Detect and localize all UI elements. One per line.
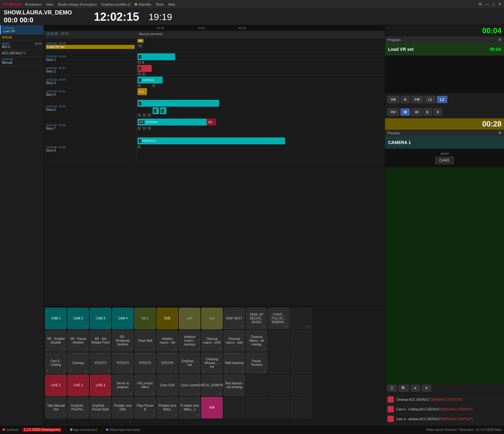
- tl-block-story2: 2: [138, 65, 152, 72]
- kb-fill-liveset[interactable]: Fill LiveSet effectG: [134, 375, 156, 396]
- ctrl-l2[interactable]: L2: [425, 96, 436, 103]
- kb-clear-current[interactable]: Clear currentJ: [179, 375, 200, 396]
- tl-block-story6-3: 3: [160, 107, 166, 114]
- kb-fade-up[interactable]: FADE UP SECON... AUDIOF10: [246, 308, 267, 329]
- ctrl-hv[interactable]: HV: [387, 108, 399, 116]
- kb-engswit-preset-style[interactable]: EngSwit... - Preset StyleX: [90, 397, 111, 418]
- sidebar-filter-btn[interactable]: ▼: [422, 385, 431, 392]
- kb-ntest6[interactable]: NTEST6Y: [157, 352, 178, 374]
- kb-cam6-ceiling[interactable]: Cam 6 - Ceilling+Q: [45, 352, 67, 374]
- sidebar-star-btn[interactable]: ★: [411, 385, 420, 392]
- kb-shortcut: E: [108, 370, 110, 373]
- kb-dve[interactable]: DVEF6: [157, 308, 178, 329]
- kb-live2[interactable]: LIVE 2S: [68, 375, 89, 396]
- kb-cam1[interactable]: CAM 1F1: [45, 308, 67, 329]
- ctrl-m-active[interactable]: M: [400, 108, 410, 116]
- kb-ntest5[interactable]: NTEST5T: [134, 352, 156, 374]
- kb-take-manual-out[interactable]: Take Manual Out<: [45, 397, 67, 418]
- ctrl-e[interactable]: E: [423, 108, 432, 116]
- control-buttons-row1: HA K FM L2 L2: [385, 93, 504, 106]
- kb-os2[interactable]: OS 2F5: [134, 308, 156, 329]
- kb-empty-5: [224, 397, 245, 418]
- kb-pause-timeline[interactable]: Pause TimelineP: [246, 352, 267, 374]
- rundown-item-manual[interactable]: 12:01:03 Manual: [0, 56, 44, 66]
- kb-empty-f12: F12: [290, 308, 312, 329]
- menu-standby[interactable]: Standby: [135, 3, 151, 6]
- kb-ntest3[interactable]: NTEST3E: [90, 352, 111, 374]
- kb-cam4[interactable]: CAM 4F4: [112, 308, 133, 329]
- kb-sr-pause[interactable]: SR - Pause timeline2: [68, 330, 89, 351]
- titlebar: Viz Mosart Rundowns View Studio setups (…: [0, 0, 504, 9]
- timeline-content[interactable]: 12:01:03 00:03 Manual elements 12:01:020…: [44, 31, 385, 306]
- kb-sr-retake[interactable]: SR - Set Retake Point3: [90, 330, 111, 351]
- tl-row-story5: 12:01:0300:01 Story 5 FUL: [44, 87, 385, 99]
- kb-cleanup[interactable]: Cleanup+W: [68, 352, 89, 374]
- preview-countdown: 00:28: [385, 118, 504, 130]
- ctrl-w[interactable]: W: [411, 108, 421, 116]
- sidebar-entry-cam4[interactable]: Cam 4 - window ACC-DEFAULT [MISSING CONT…: [385, 414, 504, 424]
- kb-ntest4[interactable]: NTEST4R: [112, 352, 133, 374]
- menu-view[interactable]: View: [46, 3, 53, 6]
- kb-pretake-next-dsk[interactable]: Pretake next DSKC: [112, 397, 133, 418]
- kb-cleanup-macro-fulls[interactable]: Cleanup macro - fulls9: [224, 330, 245, 351]
- kb-clear-dsk[interactable]: Clear DSKH: [157, 375, 178, 396]
- kb-live1[interactable]: LIVE 1A: [45, 375, 67, 396]
- program-settings-icon[interactable]: ⚙: [498, 38, 501, 42]
- block-icon: 1: [139, 102, 141, 105]
- kb-pretake-next-wall[interactable]: Pretake next WALLB: [157, 397, 178, 418]
- kb-cleaning-mosart[interactable]: Cleaning \Mosart... - Init+I: [201, 352, 223, 374]
- tl-track-story8: 2 VED00744 8: [137, 136, 385, 161]
- kb-pretake-next-wall1[interactable]: P retake next WALL_1N: [179, 397, 200, 418]
- kb-na-f8[interactable]: N/AF8: [201, 308, 223, 329]
- preview-settings-icon[interactable]: ⚙: [498, 131, 501, 135]
- ctrl-0[interactable]: 0: [433, 108, 442, 116]
- close-button[interactable]: ✕: [498, 2, 501, 7]
- kb-server-to-program[interactable]: Server to programF: [112, 375, 133, 396]
- kb-check-graphi[interactable]: CHECK_GRAPHI...K: [201, 375, 223, 396]
- kb-shortcut: F4: [129, 325, 132, 328]
- kb-init-macro-full[interactable]: Initialize macro - full6: [157, 330, 178, 351]
- menu-help[interactable]: Help: [168, 3, 175, 6]
- rundown-item-loadvr[interactable]: 12:01:02 Load VR: [0, 25, 44, 35]
- kb-shortcut: Y: [175, 370, 176, 373]
- ctrl-ha[interactable]: HA: [387, 96, 399, 103]
- kb-skip-next[interactable]: SKIP NEXTF9: [224, 308, 245, 329]
- ctrl-k[interactable]: K: [401, 96, 410, 103]
- kb-na-pink[interactable]: N/A-: [201, 397, 223, 418]
- kb-cleanup-macro-dsk[interactable]: Cleanup macro - DSK8: [201, 330, 223, 351]
- kb-cleanup-macro-all[interactable]: Cleanup Macro - all overlay+: [246, 330, 267, 351]
- ctrl-l2-active[interactable]: L2: [437, 96, 448, 103]
- kb-na-f7[interactable]: N/AF7: [179, 308, 200, 329]
- kb-shortcut: G: [152, 392, 154, 395]
- sidebar-entry-cleanup-acc[interactable]: Cleanup ACC-DEFAULT [MISSING CONTENT]: [385, 395, 504, 405]
- kb-cam3[interactable]: CAM 3F3: [90, 308, 111, 329]
- sidebar-entry-cam6[interactable]: Cam 6 - Ceilling ACC-DEFAULT [MISSING CO…: [385, 405, 504, 414]
- kb-live3[interactable]: LIVE 3D: [90, 375, 111, 396]
- rundown-item-acc[interactable]: ACC-DEFAULT I: [0, 50, 44, 56]
- kb-engswit-init[interactable]: EngSwit... - InitU: [179, 352, 200, 374]
- ctrl-fm[interactable]: FM: [411, 96, 423, 103]
- kb-clear-wall[interactable]: Clear Wall5: [134, 330, 156, 351]
- menu-tools[interactable]: Tools: [155, 3, 164, 6]
- maximize-button[interactable]: □: [492, 2, 495, 7]
- sidebar-search-btn[interactable]: 🔍: [398, 385, 409, 392]
- menu-rundowns[interactable]: Rundowns: [25, 3, 41, 6]
- kb-conti[interactable]: CONTI... FULLSC... GRAPHI...F11: [268, 308, 290, 329]
- kb-engswit-prevpre[interactable]: EngSwit... PrevPre...Z: [68, 397, 89, 418]
- rundown-item-break[interactable]: BREAK: [0, 35, 44, 41]
- kb-wall-cleaning[interactable]: Wall cleaning+O: [224, 352, 245, 374]
- kb-cam2[interactable]: CAM 2F2: [68, 308, 89, 329]
- kb-play-pause-b[interactable]: Play/ Pause BV: [134, 397, 156, 418]
- mail-icon[interactable]: ✉: [479, 2, 482, 7]
- tl-track-story7: VOVizrtTest1 28x ⬛ ⬛ ⬛: [137, 117, 385, 136]
- sidebar-menu-btn[interactable]: ☰: [387, 385, 397, 392]
- kb-init-macro-overlays[interactable]: Initialize macro - overlays7: [179, 330, 200, 351]
- kb-test-named[interactable]: Test Named - not workingL: [224, 375, 245, 396]
- menu-graphics[interactable]: Graphics profiles (): [101, 3, 130, 6]
- kb-sr-enable[interactable]: SR - Enable/ Disable1: [45, 330, 67, 351]
- kb-sr-broadcast[interactable]: SR - Broadcast timeline4: [112, 330, 133, 351]
- minimize-button[interactable]: —: [485, 2, 489, 7]
- rundown-item-mix[interactable]: 00:00 00:04 MIX 0: [0, 41, 44, 50]
- story6-icons: ⬛ ⬛ ⬛: [138, 114, 151, 117]
- menu-studio[interactable]: Studio setups (Funcspec): [57, 3, 97, 6]
